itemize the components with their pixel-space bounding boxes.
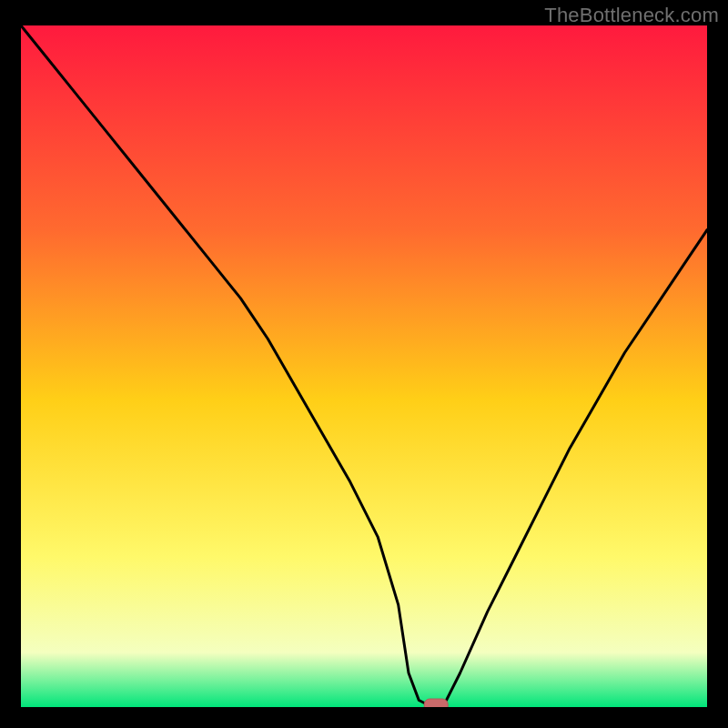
optimal-point-marker bbox=[424, 699, 448, 707]
bottleneck-chart bbox=[21, 25, 707, 707]
plot-area bbox=[21, 25, 707, 707]
chart-frame: TheBottleneck.com bbox=[0, 0, 728, 728]
gradient-background bbox=[21, 25, 707, 707]
watermark-text: TheBottleneck.com bbox=[544, 4, 719, 27]
